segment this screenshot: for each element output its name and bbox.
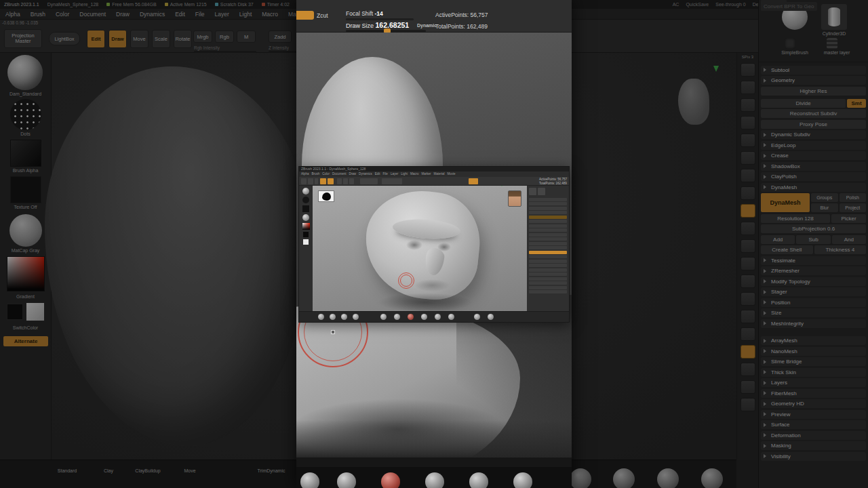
mini-menubar: AlphaBrushColorDocumentDrawDynamicsEditF… (299, 171, 569, 177)
mini-toolbar-chip (343, 178, 348, 184)
mini-brush-cursor (400, 274, 412, 287)
mini-panel-row (529, 264, 567, 267)
canvas-shading (296, 420, 572, 458)
mini-panel-row (529, 277, 567, 281)
mini-panel-row (529, 233, 567, 237)
mini-toolbar-chip (349, 178, 354, 184)
mini-panel-row (529, 242, 567, 245)
mini-toolbar: ActivePoints: 56,757 TotalPoints: 162,48… (299, 177, 569, 186)
mini-panel-row (529, 237, 567, 241)
mini-brush-dot (330, 314, 336, 320)
brush-sphere-icon[interactable] (513, 472, 532, 488)
mini-brush-dot (353, 314, 359, 320)
mini-panel-thumbs (527, 187, 569, 197)
mini-mouth-shading (414, 279, 450, 291)
mini-titlebar: ZBrush 2023.1.1 - DynaMesh_Sphere_128 (299, 167, 569, 171)
mini-left-palette (299, 186, 313, 311)
mini-menu-item: Marker (421, 172, 431, 176)
mini-panel-row (529, 268, 567, 272)
dim-overlay-right (572, 0, 868, 488)
mini-brush-dot (380, 314, 387, 320)
mini-panel-row (529, 211, 567, 214)
mini-color-picker (302, 223, 310, 230)
mini-toolbar-chip (301, 178, 307, 184)
focal-shift-groove[interactable] (346, 18, 414, 20)
brush-sphere-icon[interactable] (337, 472, 356, 488)
mini-ground-shadow (378, 293, 473, 311)
mini-alpha-thumb (302, 205, 309, 212)
mini-panel-row (529, 207, 567, 210)
brush-sphere-icon[interactable] (300, 472, 319, 488)
mini-panel-row (529, 290, 567, 293)
brush-sphere-icon-active[interactable] (381, 472, 400, 488)
mini-panel-row (529, 202, 567, 205)
mini-active-chip (469, 178, 478, 184)
zcut-toggle[interactable] (296, 11, 314, 20)
draw-size-slider[interactable]: Draw Size 162.68251 (346, 21, 409, 29)
strip-brush-tray (296, 467, 572, 488)
mini-panel-row (529, 260, 567, 263)
mini-point-counters: ActivePoints: 56,757 TotalPoints: 162,48… (539, 178, 567, 185)
mini-gizmo-icon (500, 186, 505, 199)
mini-alpha-preview (318, 190, 334, 202)
draw-size-groove[interactable] (346, 30, 426, 32)
focal-shift-value: -14 (375, 10, 383, 17)
mini-panel-row (529, 216, 567, 219)
brush-sphere-icon[interactable] (469, 472, 488, 488)
mini-menu-item: Dynamics (359, 172, 372, 176)
zbrush-window: ZBrush 2023.1.1 DynaMesh_Sphere_128 Free… (0, 0, 868, 488)
mini-panel-row (529, 198, 567, 201)
mini-swatch (303, 232, 309, 237)
mini-panel-row (529, 220, 567, 223)
mini-panel-row (529, 272, 567, 276)
mini-brush-dot (394, 314, 400, 320)
mini-active-chip (320, 178, 326, 184)
mini-menu-item: Layer (391, 172, 398, 176)
mini-brush-dot (435, 314, 441, 320)
mini-toolbar-chip (315, 178, 318, 184)
mini-panel-row (529, 286, 567, 289)
mini-menu-item: Brush (312, 172, 320, 176)
dim-overlay-left (0, 0, 296, 488)
cursor-square (331, 330, 335, 334)
mini-menu-item: Material (433, 172, 444, 176)
mini-thumb (529, 188, 536, 195)
mini-menu-item: Color (322, 172, 330, 176)
webcam-avatar (508, 190, 521, 207)
mini-brush-thumb (302, 188, 309, 195)
mini-panel-row (529, 228, 567, 232)
alpha-blob-shape (322, 192, 331, 201)
mouse-cursor-icon (329, 328, 337, 336)
mini-brush-dot (421, 314, 427, 320)
mini-brush-dot (448, 314, 454, 320)
mini-menu-item: Alpha (301, 172, 309, 176)
brush-sphere-icon[interactable] (425, 472, 444, 488)
mini-menu-item: Movie (447, 172, 455, 176)
mini-panel-row (529, 251, 567, 254)
mini-body (299, 186, 569, 311)
total-points-counter: TotalPoints: 162,489 (435, 23, 488, 30)
mini-menu-item: File (383, 172, 388, 176)
mini-brush-dot (318, 314, 324, 320)
gizmo-green-axis-icon (500, 186, 504, 200)
mini-menu-item: Light (401, 172, 408, 176)
mini-toolbar-chip (337, 178, 342, 184)
focal-shift-slider[interactable]: Focal Shift -14 (346, 10, 383, 17)
mini-toolbar-chip (308, 178, 313, 184)
mini-menu-item: Draw (349, 172, 357, 176)
mini-menu-item: Macro (410, 172, 419, 176)
embedded-screenshot: ZBrush 2023.1.1 - DynaMesh_Sphere_128 Al… (298, 166, 570, 323)
mini-material-thumb (302, 214, 309, 221)
mini-menu-item: Document (332, 172, 347, 176)
mini-toolbar-chip (360, 178, 378, 184)
mini-panel-row (529, 281, 567, 285)
dynamic-mode-label[interactable]: Dynamic (417, 23, 437, 28)
mini-brush-tray (299, 311, 569, 322)
mini-brush-dot (474, 314, 480, 320)
mini-brush-dot-active (408, 314, 414, 320)
mini-stroke-thumb (302, 197, 309, 203)
mini-active-chip (328, 178, 334, 184)
mini-canvas (313, 186, 527, 311)
mini-thumb (538, 188, 545, 195)
mini-toolbar-chip (382, 178, 402, 184)
